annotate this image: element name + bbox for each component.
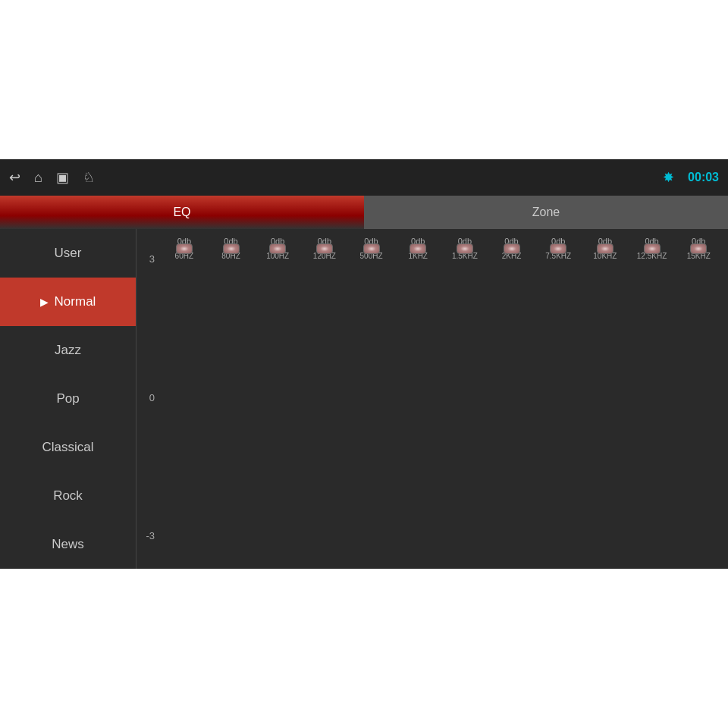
slider-thumb-5[interactable] <box>410 243 426 254</box>
eq-scale-labels: 3 0 -3 <box>143 237 161 563</box>
home-icon[interactable]: ⌂ <box>34 170 42 186</box>
slider-thumb-6[interactable] <box>457 243 473 254</box>
image-icon[interactable]: ♘ <box>83 169 95 186</box>
sidebar-item-normal[interactable]: ▶ Normal <box>0 278 136 326</box>
timer-display: 00:03 <box>688 171 719 184</box>
slider-thumb-7[interactable] <box>504 243 520 254</box>
back-icon[interactable]: ↩ <box>9 169 20 186</box>
eq-band-125khz: 0db 12.5KHZ <box>629 237 676 260</box>
eq-band-500hz: 0db 500HZ <box>348 237 395 260</box>
slider-thumb-10[interactable] <box>644 243 661 254</box>
eq-band-15khz: 0db 15KHZ <box>675 237 722 260</box>
eq-area: 3 0 -3 0db 60HZ 0db <box>136 229 728 569</box>
eq-band-10khz: 0db 10KHZ <box>582 237 629 260</box>
sidebar-item-rock[interactable]: Rock <box>0 472 136 520</box>
slider-thumb-8[interactable] <box>550 243 566 254</box>
sidebar-item-user[interactable]: User <box>0 229 136 278</box>
scale-mid: 0 <box>149 392 155 403</box>
slider-thumb-0[interactable] <box>176 243 193 254</box>
eq-band-15khz: 0db 1.5KHZ <box>441 237 488 260</box>
slider-thumb-1[interactable] <box>223 243 240 254</box>
device-frame: ↩ ⌂ ▣ ♘ ✸ 00:03 EQ Zone User ▶ Normal Ja… <box>0 159 728 569</box>
bluetooth-icon: ✸ <box>663 169 674 186</box>
slider-thumb-2[interactable] <box>269 243 286 254</box>
eq-scale-row: 3 0 -3 0db 60HZ 0db <box>143 237 722 563</box>
sidebar-item-jazz[interactable]: Jazz <box>0 326 136 375</box>
eq-band-100hz: 0db 100HZ <box>254 237 301 260</box>
window-icon[interactable]: ▣ <box>56 169 69 186</box>
sidebar-item-pop[interactable]: Pop <box>0 375 136 423</box>
slider-thumb-3[interactable] <box>316 243 333 254</box>
eq-band-2khz: 0db 2KHZ <box>488 237 535 260</box>
eq-band-60hz: 0db 60HZ <box>161 237 208 260</box>
top-bar: ↩ ⌂ ▣ ♘ ✸ 00:03 <box>0 159 728 196</box>
sliders-container: 0db 60HZ 0db 80HZ 0db <box>161 237 722 260</box>
scale-bottom: -3 <box>146 530 155 541</box>
tab-bar: EQ Zone <box>0 196 728 229</box>
sidebar-item-classical[interactable]: Classical <box>0 423 136 472</box>
main-content: User ▶ Normal Jazz Pop Classical Rock Ne… <box>0 229 728 569</box>
eq-band-80hz: 0db 80HZ <box>208 237 255 260</box>
eq-band-75khz: 0db 7.5KHZ <box>535 237 582 260</box>
eq-band-1khz: 0db 1KHZ <box>394 237 441 260</box>
slider-thumb-4[interactable] <box>363 243 380 254</box>
slider-thumb-9[interactable] <box>597 243 613 254</box>
tab-zone[interactable]: Zone <box>364 196 728 229</box>
slider-thumb-11[interactable] <box>690 243 707 254</box>
sidebar-item-news[interactable]: News <box>0 520 136 569</box>
play-icon: ▶ <box>40 296 49 308</box>
eq-band-120hz: 0db 120HZ <box>301 237 348 260</box>
tab-eq[interactable]: EQ <box>0 196 364 229</box>
sidebar: User ▶ Normal Jazz Pop Classical Rock Ne… <box>0 229 136 569</box>
scale-top: 3 <box>149 253 155 265</box>
